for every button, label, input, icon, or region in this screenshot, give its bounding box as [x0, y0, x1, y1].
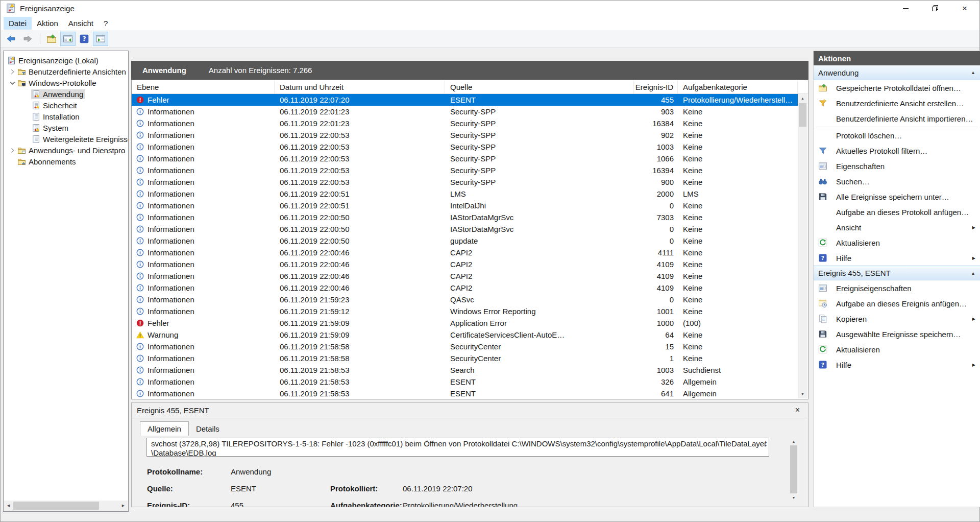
table-row[interactable]: Fehler06.11.2019 22:07:20ESENT455Protoko…: [132, 94, 798, 106]
menu-item-datei[interactable]: Datei: [4, 17, 32, 30]
action-item-alle-ereignisse-speichern-unter[interactable]: Alle Ereignisse speichern unter…: [814, 189, 980, 204]
restore-button[interactable]: [920, 1, 950, 16]
table-row[interactable]: Informationen06.11.2019 22:00:53Security…: [132, 164, 798, 176]
action-item-aktualisieren[interactable]: Aktualisieren: [814, 342, 980, 357]
menu-item-aktion[interactable]: Aktion: [32, 17, 63, 30]
scroll-down-icon[interactable]: ▼: [789, 494, 798, 501]
section-header-label: Anwendung: [818, 68, 971, 77]
table-row[interactable]: Informationen06.11.2019 22:00:46CAPI2410…: [132, 270, 798, 282]
tree-item-benutzerdefinierte-ansichten[interactable]: Benutzerdefinierte Ansichten: [8, 66, 128, 77]
action-item-ausgewählte-ereignisse-speichern[interactable]: Ausgewählte Ereignisse speichern…: [814, 326, 980, 342]
action-item-hilfe[interactable]: ?Hilfe▶: [814, 250, 980, 266]
close-button[interactable]: ×: [950, 1, 979, 16]
scrollbar-thumb[interactable]: [790, 445, 797, 493]
action-item-benutzerdefinierte-ansicht-importieren[interactable]: Benutzerdefinierte Ansicht importieren…: [814, 111, 980, 126]
cell-category: Allgemein: [678, 377, 798, 386]
open-saved-log-button[interactable]: [44, 32, 59, 46]
tree-item-sicherheit[interactable]: Sicherheit: [22, 100, 128, 111]
scroll-left-icon[interactable]: ◀: [4, 501, 13, 511]
action-item-aufgabe-an-dieses-ereignis-anfügen[interactable]: Aufgabe an dieses Ereignis anfügen…: [814, 296, 980, 311]
action-item-aktuelles-protokoll-filtern[interactable]: Aktuelles Protokoll filtern…: [814, 143, 980, 158]
action-item-ereigniseigenschaften[interactable]: Ereigniseigenschaften: [814, 280, 980, 296]
scroll-up-icon[interactable]: ▲: [789, 438, 798, 445]
table-row[interactable]: Informationen06.11.2019 22:00:50gupdate0…: [132, 235, 798, 247]
back-arrow-button[interactable]: [4, 32, 19, 46]
table-row[interactable]: Informationen06.11.2019 21:58:58Security…: [132, 352, 798, 364]
tree-item-anwendungs-und-dienstpro[interactable]: Anwendungs- und Dienstpro: [8, 145, 128, 156]
collapse-icon[interactable]: ▲: [971, 271, 975, 276]
action-item-kopieren[interactable]: Kopieren▶: [814, 311, 980, 326]
tab-allgemein[interactable]: Allgemein: [140, 421, 189, 436]
chevron-right-icon[interactable]: [8, 68, 17, 75]
tree-item-weitergeleitete-ereignisse[interactable]: Weitergeleitete Ereignisse: [22, 133, 128, 145]
action-item-gespeicherte-protokolldatei-öffnen[interactable]: Gespeicherte Protokolldatei öffnen…: [814, 80, 980, 96]
table-row[interactable]: Informationen06.11.2019 22:00:50IAStorDa…: [132, 211, 798, 223]
table-row[interactable]: Informationen06.11.2019 22:00:50IAStorDa…: [132, 223, 798, 235]
scroll-right-icon[interactable]: ▶: [119, 501, 128, 511]
table-row[interactable]: Informationen06.11.2019 22:01:23Security…: [132, 117, 798, 129]
table-row[interactable]: Informationen06.11.2019 22:00:53Security…: [132, 176, 798, 188]
cell-datetime: 06.11.2019 22:00:46: [275, 248, 445, 257]
table-row[interactable]: Informationen06.11.2019 22:00:46CAPI2410…: [132, 258, 798, 270]
minimize-button[interactable]: [891, 1, 920, 16]
action-item-eigenschaften[interactable]: Eigenschaften: [814, 158, 980, 174]
action-item-hilfe[interactable]: ?Hilfe▶: [814, 357, 980, 372]
scroll-up-icon[interactable]: ▲: [798, 94, 807, 103]
scroll-down-icon[interactable]: ▼: [798, 390, 807, 398]
column-header-ereignis-id[interactable]: Ereignis-ID: [634, 80, 678, 93]
scrollbar-thumb[interactable]: [799, 103, 806, 127]
actions-section-ereignis-455-esent[interactable]: Ereignis 455, ESENT▲: [814, 266, 980, 280]
table-row[interactable]: Informationen06.11.2019 21:58:53ESENT326…: [132, 376, 798, 388]
table-row[interactable]: Informationen06.11.2019 22:00:51IntelDal…: [132, 200, 798, 211]
action-item-aktualisieren[interactable]: Aktualisieren: [814, 235, 980, 250]
chevron-down-icon[interactable]: [8, 79, 17, 86]
tree-item-windows-protokolle[interactable]: Windows-Protokolle: [8, 77, 128, 88]
console-tree-toggle-button[interactable]: [60, 32, 76, 46]
table-row[interactable]: Informationen06.11.2019 22:00:53Security…: [132, 141, 798, 153]
table-row[interactable]: Informationen06.11.2019 22:00:46CAPI2410…: [132, 282, 798, 294]
scrollbar-thumb[interactable]: [13, 502, 99, 510]
table-row[interactable]: Informationen06.11.2019 22:00:51LMS2000L…: [132, 188, 798, 200]
forward-arrow-button[interactable]: [20, 32, 35, 46]
tree-item-anwendung[interactable]: Anwendung: [22, 88, 128, 100]
actions-section-anwendung[interactable]: Anwendung▲: [814, 65, 980, 80]
action-item-protokoll-löschen[interactable]: Protokoll löschen…: [814, 128, 980, 143]
table-row[interactable]: Informationen06.11.2019 21:58:53ESENT641…: [132, 388, 798, 399]
table-row[interactable]: Informationen06.11.2019 21:59:23QASvc0Ke…: [132, 294, 798, 305]
scroll-down-icon[interactable]: ▾: [765, 444, 767, 448]
tree-item-system[interactable]: System: [22, 122, 128, 133]
table-row[interactable]: Informationen06.11.2019 21:59:12Windows …: [132, 305, 798, 317]
close-details-icon[interactable]: ×: [795, 406, 800, 414]
cell-datetime: 06.11.2019 22:01:23: [275, 107, 445, 116]
cell-category: Keine: [678, 143, 798, 151]
tree-item-installation[interactable]: Installation: [22, 111, 128, 122]
table-row[interactable]: Informationen06.11.2019 22:01:23Security…: [132, 106, 798, 117]
column-header-quelle[interactable]: Quelle: [445, 80, 634, 93]
collapse-icon[interactable]: ▲: [971, 70, 975, 75]
help-button[interactable]: ?: [77, 32, 92, 46]
table-row[interactable]: Informationen06.11.2019 22:00:53Security…: [132, 129, 798, 141]
action-item-suchen[interactable]: Suchen…: [814, 174, 980, 189]
menu-item-ansicht[interactable]: Ansicht: [63, 17, 99, 30]
chevron-right-icon[interactable]: [8, 147, 17, 154]
table-row[interactable]: Fehler06.11.2019 21:59:09Application Err…: [132, 317, 798, 329]
action-item-ansicht[interactable]: Ansicht▶: [814, 220, 980, 235]
column-header-datum-und-uhrzeit[interactable]: Datum und Uhrzeit: [275, 80, 445, 93]
table-row[interactable]: Informationen06.11.2019 21:58:58Security…: [132, 341, 798, 352]
column-header-aufgabenkategorie[interactable]: Aufgabenkategorie: [678, 80, 798, 93]
action-pane-toggle-button[interactable]: [93, 32, 108, 46]
table-row[interactable]: Warnung06.11.2019 21:59:09CertificateSer…: [132, 329, 798, 341]
tab-details[interactable]: Details: [189, 422, 227, 436]
table-row[interactable]: Informationen06.11.2019 22:00:53Security…: [132, 153, 798, 164]
menu-item-help[interactable]: ?: [99, 17, 113, 30]
table-row[interactable]: Informationen06.11.2019 21:58:53Search10…: [132, 364, 798, 376]
cell-source: CAPI2: [445, 260, 634, 269]
action-item-benutzerdefinierte-ansicht-erstellen[interactable]: Benutzerdefinierte Ansicht erstellen…: [814, 96, 980, 111]
level-label: Informationen: [148, 272, 194, 280]
tree-item-ereignisanzeige-lokal[interactable]: Ereignisanzeige (Lokal): [7, 55, 128, 66]
table-row[interactable]: Informationen06.11.2019 22:00:46CAPI2411…: [132, 247, 798, 258]
column-header-ebene[interactable]: Ebene: [132, 80, 275, 93]
toolbar-separator: [40, 33, 40, 44]
action-item-aufgabe-an-dieses-protokoll-anfügen[interactable]: Aufgabe an dieses Protokoll anfügen…: [814, 204, 980, 220]
tree-item-abonnements[interactable]: Abonnements: [8, 156, 128, 167]
